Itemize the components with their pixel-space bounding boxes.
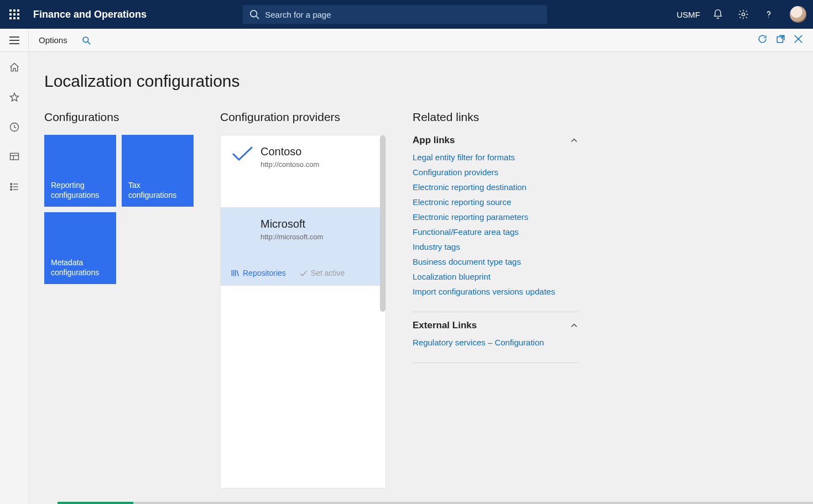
- repositories-label: Repositories: [243, 269, 286, 277]
- popout-icon: [775, 34, 786, 44]
- app-links-toggle[interactable]: App links: [413, 135, 579, 146]
- provider-list: Contoso http://contoso.com Microsoft htt…: [220, 135, 386, 489]
- link-feature-area-tags[interactable]: Functional/Feature area tags: [413, 227, 579, 237]
- set-active-button: Set active: [299, 269, 345, 277]
- home-icon: [9, 62, 20, 73]
- provider-card-microsoft[interactable]: Microsoft http://microsoft.com Repositor…: [221, 208, 385, 286]
- link-industry-tags[interactable]: Industry tags: [413, 242, 579, 251]
- link-er-destination[interactable]: Electronic reporting destination: [413, 182, 579, 192]
- svg-line-34: [237, 270, 238, 276]
- svg-rect-0: [9, 9, 12, 12]
- hamburger-icon: [9, 36, 19, 44]
- avatar[interactable]: [790, 6, 806, 23]
- app-title: Finance and Operations: [33, 9, 147, 20]
- provider-url: http://contoso.com: [260, 160, 319, 169]
- provider-name: Microsoft: [260, 218, 323, 230]
- star-icon: [9, 92, 20, 103]
- svg-rect-5: [17, 13, 19, 15]
- company-picker[interactable]: USMF: [676, 10, 700, 19]
- check-icon: [231, 145, 253, 162]
- related-links-heading: Related links: [413, 111, 579, 124]
- external-links-toggle[interactable]: External Links: [413, 320, 579, 331]
- list-icon: [9, 181, 20, 192]
- options-menu[interactable]: Options: [29, 35, 77, 45]
- link-legal-entity-filter[interactable]: Legal entity filter for formats: [413, 153, 579, 162]
- set-active-label: Set active: [311, 269, 345, 277]
- svg-rect-2: [17, 9, 19, 12]
- check-icon: [299, 269, 308, 277]
- nav-favorites[interactable]: [6, 88, 23, 106]
- link-business-doc-tags[interactable]: Business document type tags: [413, 257, 579, 266]
- providers-heading: Configuration providers: [220, 111, 386, 124]
- svg-rect-4: [13, 13, 15, 15]
- svg-rect-8: [17, 17, 19, 19]
- tile-tax-configurations[interactable]: Tax configurations: [122, 135, 194, 207]
- page-search-button[interactable]: [77, 36, 95, 45]
- provider-name: Contoso: [260, 145, 319, 158]
- svg-line-10: [257, 17, 259, 19]
- svg-rect-22: [10, 153, 18, 160]
- waffle-icon: [9, 9, 19, 19]
- nav-workspaces[interactable]: [6, 148, 23, 166]
- tile-label: Tax configurations: [128, 180, 187, 200]
- bell-icon: [712, 9, 723, 20]
- global-search[interactable]: [243, 5, 547, 24]
- close-icon: [794, 34, 803, 44]
- help-button[interactable]: [761, 7, 776, 22]
- chevron-up-icon: [570, 321, 579, 330]
- link-localization-blueprint[interactable]: Localization blueprint: [413, 272, 579, 281]
- tile-label: Reporting configurations: [51, 180, 110, 200]
- svg-point-16: [83, 37, 88, 43]
- link-er-source[interactable]: Electronic reporting source: [413, 197, 579, 207]
- refresh-button[interactable]: [757, 34, 768, 46]
- search-icon: [82, 36, 91, 45]
- scrollbar[interactable]: [380, 135, 385, 312]
- svg-point-11: [742, 13, 744, 15]
- provider-card-contoso[interactable]: Contoso http://contoso.com: [221, 135, 385, 208]
- refresh-icon: [757, 34, 768, 44]
- nav-recent[interactable]: [6, 118, 23, 136]
- tile-label: Metadata configurations: [51, 258, 110, 277]
- svg-rect-6: [9, 17, 12, 19]
- search-icon: [249, 9, 259, 19]
- link-er-parameters[interactable]: Electronic reporting parameters: [413, 212, 579, 222]
- svg-point-12: [768, 17, 769, 18]
- clock-icon: [9, 122, 20, 133]
- nav-home[interactable]: [6, 59, 23, 76]
- svg-point-29: [10, 189, 12, 191]
- svg-rect-3: [9, 13, 12, 15]
- page-title: Localization configurations: [44, 72, 798, 91]
- gear-icon: [738, 9, 749, 20]
- repositories-button[interactable]: Repositories: [231, 269, 286, 277]
- settings-button[interactable]: [736, 7, 751, 22]
- link-import-versions[interactable]: Import configurations versions updates: [413, 287, 579, 296]
- library-icon: [231, 269, 239, 277]
- workspace-icon: [9, 151, 20, 162]
- configurations-heading: Configurations: [44, 111, 194, 124]
- provider-url: http://microsoft.com: [260, 233, 323, 241]
- tile-metadata-configurations[interactable]: Metadata configurations: [44, 212, 116, 284]
- help-icon: [763, 9, 774, 20]
- svg-rect-7: [13, 17, 15, 19]
- link-regulatory-services[interactable]: Regulatory services – Configuration: [413, 338, 579, 347]
- global-search-input[interactable]: [265, 10, 540, 19]
- svg-point-27: [10, 186, 12, 188]
- nav-toggle-button[interactable]: [0, 29, 29, 52]
- svg-rect-1: [13, 9, 15, 12]
- external-links-heading: External Links: [413, 320, 477, 331]
- app-links-heading: App links: [413, 135, 455, 146]
- nav-modules[interactable]: [6, 178, 23, 196]
- svg-point-9: [251, 11, 257, 17]
- app-launcher-button[interactable]: [0, 0, 29, 29]
- svg-point-25: [10, 183, 12, 185]
- close-button[interactable]: [794, 34, 803, 46]
- status-bar: [58, 502, 813, 504]
- tile-reporting-configurations[interactable]: Reporting configurations: [44, 135, 116, 207]
- chevron-up-icon: [570, 136, 579, 145]
- open-new-window-button[interactable]: [775, 34, 786, 46]
- link-configuration-providers[interactable]: Configuration providers: [413, 167, 579, 177]
- notifications-button[interactable]: [710, 7, 726, 22]
- svg-line-17: [88, 41, 90, 44]
